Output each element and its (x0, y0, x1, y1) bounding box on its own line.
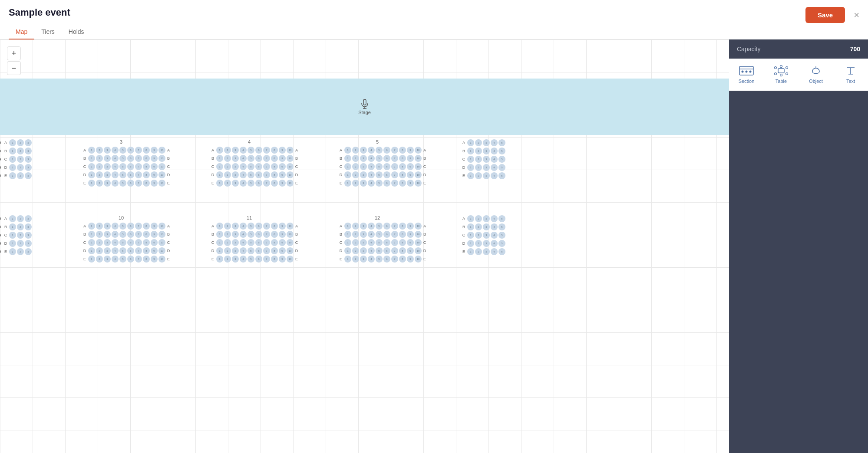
seat[interactable]: 10 (158, 223, 165, 230)
seat[interactable]: 1 (9, 156, 16, 163)
seat[interactable]: 6 (255, 147, 262, 154)
seat[interactable]: 7 (391, 223, 398, 230)
seat[interactable]: 8 (143, 155, 150, 162)
seat[interactable]: 4 (240, 163, 247, 170)
seat[interactable]: 2 (352, 223, 359, 230)
seat[interactable]: 2 (475, 240, 482, 247)
seat[interactable]: 6 (255, 163, 262, 170)
seat[interactable]: 10 (287, 223, 294, 230)
seat[interactable]: 3 (25, 172, 32, 179)
seat[interactable]: 10 (287, 163, 294, 170)
seat[interactable]: 5 (248, 247, 254, 254)
seat[interactable]: 10 (158, 180, 165, 187)
seat[interactable]: 10 (415, 239, 422, 246)
seat[interactable]: 3 (360, 223, 367, 230)
seat[interactable]: 1 (344, 147, 351, 154)
seat[interactable]: 9 (279, 180, 286, 187)
seat[interactable]: 5 (498, 215, 505, 222)
seat[interactable]: 4 (491, 172, 498, 179)
seat[interactable]: 8 (143, 223, 150, 230)
seat[interactable]: 1 (467, 148, 474, 154)
seat[interactable]: 3 (232, 155, 239, 162)
seat[interactable]: 9 (151, 155, 158, 162)
seat[interactable]: 8 (143, 171, 150, 178)
seat[interactable]: 6 (127, 180, 134, 187)
seat[interactable]: 3 (483, 215, 490, 222)
seat[interactable]: 2 (352, 171, 359, 178)
seat[interactable]: 9 (279, 247, 286, 254)
seat[interactable]: 3 (232, 231, 239, 238)
seat[interactable]: 5 (498, 148, 505, 154)
seat[interactable]: 6 (127, 231, 134, 238)
seat[interactable]: 8 (143, 147, 150, 154)
seat[interactable]: 9 (407, 247, 414, 254)
seat[interactable]: 4 (240, 155, 247, 162)
seat[interactable]: 4 (240, 231, 247, 238)
seat[interactable]: 5 (119, 256, 126, 263)
seat[interactable]: 2 (224, 239, 231, 246)
seat[interactable]: 1 (344, 223, 351, 230)
seat[interactable]: 3 (483, 172, 490, 179)
seat[interactable]: 9 (279, 223, 286, 230)
seat[interactable]: 5 (248, 223, 254, 230)
seat[interactable]: 3 (232, 247, 239, 254)
seat[interactable]: 9 (279, 171, 286, 178)
seat[interactable]: 1 (216, 163, 223, 170)
seat[interactable]: 1 (88, 147, 95, 154)
seat[interactable]: 2 (475, 248, 482, 255)
seat[interactable]: 9 (407, 180, 414, 187)
seat[interactable]: 2 (224, 247, 231, 254)
tool-object[interactable]: Object (799, 59, 833, 91)
seat[interactable]: 10 (158, 155, 165, 162)
seat[interactable]: 2 (96, 163, 103, 170)
seat[interactable]: 8 (143, 239, 150, 246)
seat[interactable]: 7 (391, 256, 398, 263)
seat[interactable]: 2 (224, 147, 231, 154)
seat[interactable]: 4 (368, 171, 375, 178)
seat[interactable]: 4 (368, 223, 375, 230)
seat[interactable]: 1 (467, 156, 474, 163)
seat[interactable]: 3 (232, 239, 239, 246)
seat[interactable]: 3 (483, 248, 490, 255)
seat[interactable]: 6 (127, 223, 134, 230)
seat[interactable]: 5 (376, 247, 383, 254)
seat[interactable]: 5 (119, 239, 126, 246)
seat[interactable]: 4 (112, 239, 119, 246)
seat[interactable]: 10 (158, 256, 165, 263)
seat[interactable]: 4 (491, 156, 498, 163)
seat[interactable]: 1 (216, 256, 223, 263)
seat[interactable]: 2 (352, 231, 359, 238)
tab-tiers[interactable]: Tiers (34, 25, 62, 39)
seat[interactable]: 10 (415, 155, 422, 162)
seat[interactable]: 5 (248, 180, 254, 187)
seat[interactable]: 3 (360, 239, 367, 246)
seat[interactable]: 1 (344, 180, 351, 187)
seat[interactable]: 1 (344, 239, 351, 246)
seat[interactable]: 3 (25, 164, 32, 171)
seat[interactable]: 6 (383, 256, 390, 263)
seat[interactable]: 1 (216, 247, 223, 254)
seat[interactable]: 5 (498, 172, 505, 179)
seat[interactable]: 4 (112, 231, 119, 238)
seat[interactable]: 5 (119, 247, 126, 254)
seat[interactable]: 7 (263, 155, 270, 162)
seat[interactable]: 7 (391, 247, 398, 254)
seat[interactable]: 1 (88, 223, 95, 230)
seat[interactable]: 7 (263, 223, 270, 230)
seat[interactable]: 2 (352, 239, 359, 246)
seat[interactable]: 10 (158, 171, 165, 178)
seat[interactable]: 4 (368, 239, 375, 246)
seat[interactable]: 2 (352, 155, 359, 162)
seat[interactable]: 8 (143, 256, 150, 263)
seat[interactable]: 3 (25, 240, 32, 247)
seat[interactable]: 8 (271, 239, 278, 246)
seat[interactable]: 6 (255, 231, 262, 238)
seat[interactable]: 10 (158, 147, 165, 154)
seat[interactable]: 3 (483, 223, 490, 230)
seat[interactable]: 2 (96, 239, 103, 246)
seat[interactable]: 2 (352, 247, 359, 254)
seat[interactable]: 2 (17, 240, 24, 247)
seat[interactable]: 9 (151, 231, 158, 238)
zoom-in-button[interactable]: + (7, 46, 21, 60)
seat[interactable]: 5 (498, 240, 505, 247)
